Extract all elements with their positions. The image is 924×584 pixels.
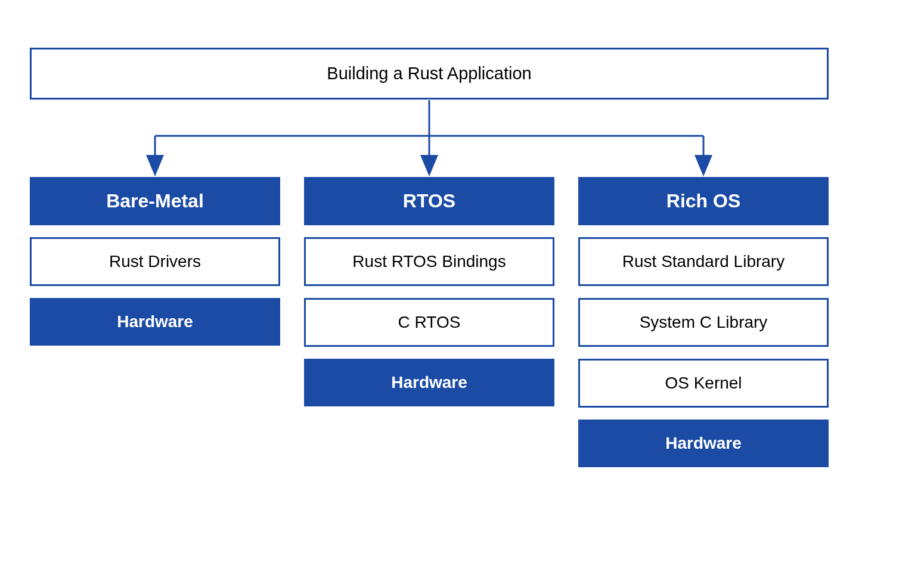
layer-label: Rust RTOS Bindings bbox=[352, 252, 506, 271]
diagram-container: Building a Rust Application Bare-Metal R… bbox=[0, 0, 924, 515]
title-box: Building a Rust Application bbox=[30, 48, 829, 100]
layer-label: Rust Drivers bbox=[109, 252, 201, 271]
header-bare-metal: Bare-Metal bbox=[30, 177, 280, 225]
column-rtos: RTOS Rust RTOS Bindings C RTOS Hardware bbox=[304, 177, 554, 467]
column-rich-os: Rich OS Rust Standard Library System C L… bbox=[578, 177, 829, 467]
hardware-box: Hardware bbox=[578, 420, 829, 467]
layer-label: Hardware bbox=[117, 312, 193, 331]
layer-label: Rust Standard Library bbox=[622, 252, 785, 271]
hardware-box: Hardware bbox=[304, 359, 554, 406]
header-label: Rich OS bbox=[666, 190, 740, 212]
header-rich-os: Rich OS bbox=[578, 177, 829, 225]
layer-box: OS Kernel bbox=[578, 359, 829, 408]
columns-container: Bare-Metal Rust Drivers Hardware RTOS Ru… bbox=[30, 177, 829, 467]
column-bare-metal: Bare-Metal Rust Drivers Hardware bbox=[30, 177, 280, 467]
header-label: RTOS bbox=[403, 190, 455, 212]
layer-label: OS Kernel bbox=[665, 374, 742, 392]
layer-label: Hardware bbox=[665, 434, 742, 452]
layer-label: C RTOS bbox=[398, 313, 461, 331]
layer-box: Rust Drivers bbox=[30, 237, 280, 286]
layer-box: C RTOS bbox=[304, 298, 554, 347]
hardware-box: Hardware bbox=[30, 298, 280, 346]
layer-box: Rust RTOS Bindings bbox=[304, 237, 554, 286]
header-rtos: RTOS bbox=[304, 177, 554, 225]
title-text: Building a Rust Application bbox=[327, 64, 531, 83]
layer-box: System C Library bbox=[578, 298, 829, 347]
layer-label: System C Library bbox=[640, 313, 768, 331]
layer-label: Hardware bbox=[391, 373, 467, 392]
header-label: Bare-Metal bbox=[106, 190, 204, 212]
layer-box: Rust Standard Library bbox=[578, 237, 829, 286]
